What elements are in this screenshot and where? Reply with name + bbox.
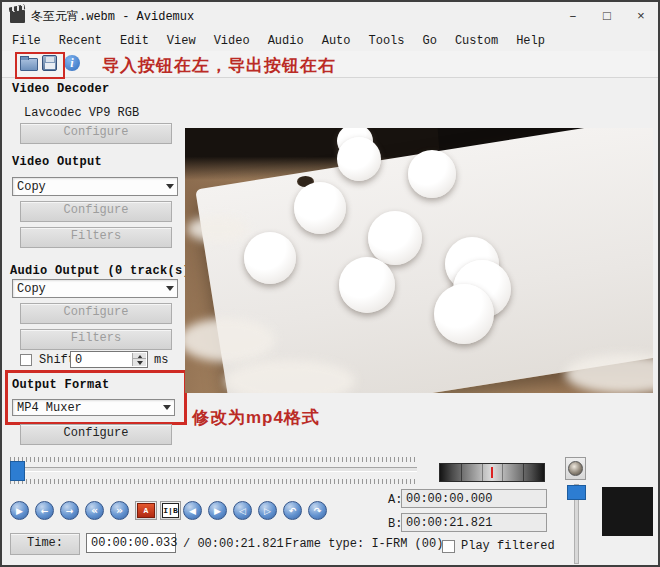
maximize-button[interactable]: □	[590, 4, 624, 28]
menu-edit[interactable]: Edit	[111, 32, 158, 50]
play-button[interactable]: ▶	[10, 501, 29, 520]
shift-value: 0	[75, 353, 82, 367]
shift-value-spinner[interactable]: 0	[70, 351, 148, 368]
info-button[interactable]: i	[64, 55, 80, 71]
thumbnail-preview	[602, 487, 653, 536]
seek-slider[interactable]	[10, 457, 417, 484]
toolbar: i 导入按钮在左，导出按钮在右	[2, 51, 658, 78]
play-filtered-label: Play filtered	[461, 539, 555, 553]
audio-mute-button[interactable]	[565, 457, 586, 480]
volume-slider-handle[interactable]	[567, 485, 586, 500]
previous-keyframe-button[interactable]: ◁	[233, 501, 252, 520]
video-output-filters-button[interactable]: Filters	[20, 227, 172, 248]
previous-black-frame-button[interactable]: ↶	[283, 501, 302, 520]
time-button[interactable]: Time:	[10, 533, 80, 555]
app-icon	[10, 10, 25, 23]
previous-frame-button[interactable]: ←	[35, 501, 54, 520]
set-marker-a-button[interactable]: A	[135, 501, 157, 520]
video-decoder-title: Video Decoder	[12, 82, 110, 96]
play-filtered-checkbox[interactable]	[442, 540, 455, 553]
window-title: 冬至元宵.webm - Avidemux	[31, 8, 194, 25]
video-decoder-codec: Lavcodec VP9 RGB	[24, 106, 139, 120]
shift-checkbox[interactable]	[20, 354, 32, 366]
video-output-selected: Copy	[17, 180, 46, 194]
speaker-icon	[568, 461, 583, 476]
audio-output-selected: Copy	[17, 282, 46, 296]
output-format-select[interactable]: MP4 Muxer	[12, 399, 175, 416]
menu-view[interactable]: View	[158, 32, 205, 50]
jog-center-mark	[491, 467, 493, 478]
audio-output-filters-button[interactable]: Filters	[20, 329, 172, 350]
output-format-configure-button[interactable]: Configure	[20, 424, 172, 445]
menu-auto[interactable]: Auto	[313, 32, 360, 50]
menu-bar: File Recent Edit View Video Audio Auto T…	[2, 30, 659, 51]
video-output-configure-button[interactable]: Configure	[20, 201, 172, 222]
rice-ball	[339, 257, 395, 313]
back-one-minute-button[interactable]: «	[85, 501, 104, 520]
menu-go[interactable]: Go	[414, 32, 446, 50]
video-decoder-configure-button[interactable]: Configure	[20, 123, 172, 144]
rice-ball	[434, 284, 494, 344]
rice-ball	[368, 211, 422, 265]
menu-audio[interactable]: Audio	[259, 32, 313, 50]
audio-output-configure-button[interactable]: Configure	[20, 303, 172, 324]
rice-ball	[294, 182, 346, 234]
chevron-down-icon	[162, 280, 177, 297]
video-output-codec-select[interactable]: Copy	[12, 177, 178, 196]
menu-file[interactable]: File	[3, 32, 50, 50]
forward-one-minute-button[interactable]: »	[110, 501, 129, 520]
audio-output-codec-select[interactable]: Copy	[12, 279, 178, 298]
seek-slider-handle[interactable]	[10, 461, 25, 481]
avidemux-window: 冬至元宵.webm - Avidemux – □ × File Recent E…	[0, 0, 660, 567]
rice-ball	[408, 150, 456, 198]
next-black-frame-button[interactable]: ↷	[308, 501, 327, 520]
output-format-annotation: 修改为mp4格式	[192, 406, 320, 429]
output-format-selected: MP4 Muxer	[17, 401, 82, 415]
go-to-first-frame-button[interactable]: ◀	[183, 501, 202, 520]
output-format-title: Output Format	[12, 378, 110, 392]
next-frame-button[interactable]: →	[60, 501, 79, 520]
jog-wheel[interactable]	[439, 463, 545, 482]
menu-video[interactable]: Video	[205, 32, 259, 50]
import-export-highlight-box	[15, 52, 65, 79]
next-keyframe-button[interactable]: ▷	[258, 501, 277, 520]
spinner-down-icon[interactable]	[132, 358, 146, 366]
volume-slider[interactable]	[567, 484, 584, 562]
video-output-title: Video Output	[12, 155, 102, 169]
duration-label: / 00:00:21.821	[183, 537, 284, 551]
menu-help[interactable]: Help	[507, 32, 554, 50]
close-button[interactable]: ×	[624, 4, 658, 28]
marker-b-field: 00:00:21.821	[401, 513, 547, 532]
video-preview	[185, 128, 653, 393]
menu-tools[interactable]: Tools	[360, 32, 414, 50]
audio-output-title: Audio Output (0 track(s))	[10, 264, 198, 278]
shift-unit-label: ms	[154, 353, 168, 367]
set-marker-b-button[interactable]: I|B	[160, 501, 181, 520]
chevron-down-icon	[159, 400, 174, 415]
frame-type-label: Frame type: I-FRM (00)	[285, 537, 443, 551]
minimize-button[interactable]: –	[556, 4, 590, 28]
rice-ball	[244, 232, 296, 284]
chevron-down-icon	[162, 178, 177, 195]
menu-custom[interactable]: Custom	[446, 32, 507, 50]
marker-a-icon: A	[137, 503, 155, 518]
toolbar-annotation: 导入按钮在左，导出按钮在右	[102, 54, 336, 77]
go-to-last-frame-button[interactable]: ▶	[208, 501, 227, 520]
time-field[interactable]: 00:00:00.033	[86, 533, 176, 553]
rice-ball	[337, 137, 381, 181]
title-bar: 冬至元宵.webm - Avidemux – □ ×	[2, 2, 658, 30]
marker-a-field: 00:00:00.000	[401, 489, 547, 508]
info-icon: i	[64, 55, 80, 71]
menu-recent[interactable]: Recent	[50, 32, 111, 50]
marker-b-icon: I|B	[162, 503, 179, 518]
